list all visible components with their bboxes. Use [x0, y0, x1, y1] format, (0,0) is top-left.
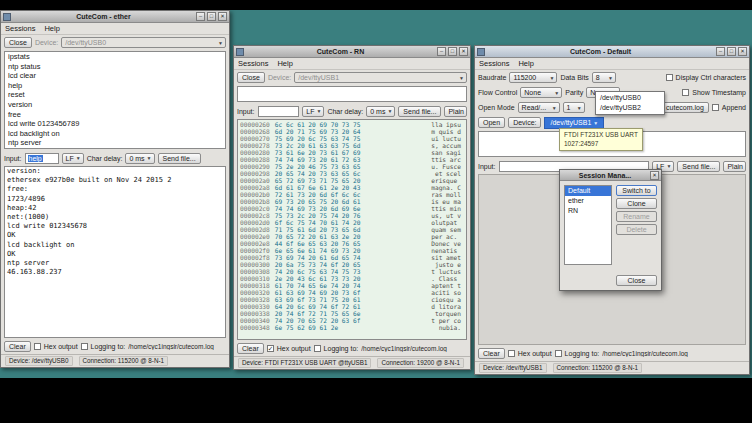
- bottom-row: Clear Hex output Logging to: /home/cyc1i…: [1, 339, 229, 354]
- close-dialog-button[interactable]: Close: [616, 275, 657, 286]
- minimize-button[interactable]: –: [437, 47, 446, 56]
- titlebar[interactable]: CuteCom - RN – □ ✕: [234, 46, 470, 58]
- device-combo-selected[interactable]: /dev/ttyUSB1 ▼: [544, 117, 604, 129]
- history-item[interactable]: lcd clear: [5, 71, 225, 81]
- char-delay-spinner[interactable]: 0 ms ▼: [366, 106, 395, 117]
- history-item[interactable]: ntp server: [5, 138, 225, 148]
- minimize-button[interactable]: –: [196, 12, 205, 21]
- menu-help[interactable]: Help: [277, 59, 292, 68]
- append-checkbox[interactable]: [712, 104, 719, 111]
- logfile-button[interactable]: cutecom.log: [661, 102, 709, 113]
- open-mode-combo[interactable]: Read/... ▼: [518, 102, 560, 113]
- chevron-down-icon: ▼: [387, 108, 392, 114]
- device-label: Device:: [268, 74, 291, 81]
- input-field[interactable]: [258, 106, 300, 117]
- output-line: 1723/4896: [5, 195, 225, 204]
- close-window-button[interactable]: ✕: [218, 12, 227, 21]
- session-item[interactable]: Default: [565, 186, 611, 196]
- menu-sessions[interactable]: Sessions: [238, 59, 268, 68]
- minimize-button[interactable]: –: [716, 47, 725, 56]
- dropdown-item[interactable]: /dev/ttyUSB2: [596, 103, 664, 113]
- line-end-combo[interactable]: LF ▼: [62, 153, 84, 164]
- maximize-button[interactable]: □: [448, 47, 457, 56]
- char-delay-label: Char delay:: [327, 108, 363, 115]
- command-history-list[interactable]: [237, 86, 467, 102]
- switch-to-button[interactable]: Switch to: [616, 185, 657, 196]
- app-icon: [236, 48, 244, 56]
- bottom-row: Clear Hex output Logging to: /home/cyc1i…: [475, 346, 749, 361]
- hex-line: 000002b869 73 20 65 75 20 6d 61is eu ma: [240, 198, 461, 205]
- hex-output-area[interactable]: 000002606c 6c 61 20 69 70 73 75lla ipsu0…: [237, 119, 467, 340]
- hex-output-checkbox[interactable]: [508, 350, 515, 357]
- history-item[interactable]: version: [5, 100, 225, 110]
- menu-help[interactable]: Help: [518, 59, 533, 68]
- session-list[interactable]: DefaultetherRN: [564, 185, 612, 265]
- session-item[interactable]: RN: [565, 206, 611, 216]
- device-label: Device:: [35, 39, 58, 46]
- output-area[interactable]: version:ethersex e927b0e built on Nov 24…: [4, 166, 226, 338]
- titlebar[interactable]: CuteCom - Default – □ ✕: [475, 46, 749, 58]
- data-bits-combo[interactable]: 8 ▼: [592, 72, 616, 83]
- connection-row: Close Device: /dev/ttyUSB0 ▼: [1, 35, 229, 50]
- history-item[interactable]: reset: [5, 90, 225, 100]
- history-item[interactable]: help: [5, 81, 225, 91]
- display-mode-combo[interactable]: Plain: [444, 106, 467, 117]
- close-window-button[interactable]: ✕: [738, 47, 747, 56]
- close-window-button[interactable]: ✕: [459, 47, 468, 56]
- hex-line: 0000029075 2e 20 46 75 73 63 65u. Fusce: [240, 163, 461, 170]
- logging-path[interactable]: /home/cyc1ingsir/cutecom.log: [128, 343, 214, 350]
- logging-checkbox[interactable]: [81, 343, 88, 350]
- menubar: Sessions Help: [234, 58, 470, 70]
- history-item[interactable]: ntp status: [5, 62, 225, 72]
- history-item[interactable]: lcd write 0123456789: [5, 119, 225, 129]
- status-connection: Connection: 19200 @ 8-N-1: [377, 358, 464, 368]
- stop-bits-combo[interactable]: 1 ▼: [563, 102, 585, 113]
- menu-sessions[interactable]: Sessions: [479, 59, 509, 68]
- send-file-button[interactable]: Send file...: [158, 153, 201, 164]
- device-combo[interactable]: /dev/ttyUSB0 ▼: [61, 37, 226, 48]
- titlebar[interactable]: CuteCom - ether – □ ✕: [1, 11, 229, 23]
- chevron-down-icon: ▼: [554, 90, 559, 96]
- open-connection-button[interactable]: Open: [478, 117, 505, 128]
- history-item[interactable]: lcd backlight on: [5, 129, 225, 139]
- input-field[interactable]: help: [25, 153, 59, 164]
- send-file-button[interactable]: Send file...: [398, 106, 441, 117]
- maximize-button[interactable]: □: [207, 12, 216, 21]
- maximize-button[interactable]: □: [727, 47, 736, 56]
- show-timestamp-checkbox[interactable]: [682, 89, 689, 96]
- history-item[interactable]: free: [5, 110, 225, 120]
- char-delay-spinner[interactable]: 0 ms ▼: [125, 153, 154, 164]
- menu-help[interactable]: Help: [44, 24, 59, 33]
- send-file-button[interactable]: Send file...: [677, 161, 720, 172]
- close-connection-button[interactable]: Close: [4, 37, 32, 48]
- logging-checkbox[interactable]: [555, 350, 562, 357]
- dialog-titlebar[interactable]: Session Mana... ✕: [560, 170, 661, 181]
- display-ctrl-checkbox[interactable]: [666, 74, 673, 81]
- logging-checkbox[interactable]: [314, 345, 321, 352]
- line-end-combo[interactable]: LF ▼: [302, 106, 324, 117]
- logging-path[interactable]: /home/cyc1ingsir/cutecom.log: [361, 345, 447, 352]
- clear-button[interactable]: Clear: [4, 341, 31, 352]
- command-history-list[interactable]: ipstatsntp statuslcd clearhelpresetversi…: [4, 51, 226, 149]
- logging-path[interactable]: /home/cyc1ingsir/cutecom.log: [602, 350, 688, 357]
- clone-button[interactable]: Clone: [616, 198, 657, 209]
- display-mode-combo[interactable]: Plain: [723, 161, 746, 172]
- device-label-button[interactable]: Device:: [508, 117, 541, 128]
- input-label: Input:: [4, 155, 22, 162]
- baudrate-combo[interactable]: 115200 ▼: [509, 72, 557, 83]
- hex-output-checkbox[interactable]: [267, 345, 274, 352]
- device-combo[interactable]: /dev/ttyUSB1 ▼: [294, 72, 467, 83]
- hex-line: 000002b072 61 73 20 6d 6f 6c 6cras moll: [240, 191, 461, 198]
- menu-sessions[interactable]: Sessions: [5, 24, 35, 33]
- history-item[interactable]: ipstats: [5, 52, 225, 62]
- close-connection-button[interactable]: Close: [237, 72, 265, 83]
- flow-control-combo[interactable]: None ▼: [520, 87, 562, 98]
- hex-output-checkbox[interactable]: [34, 343, 41, 350]
- clear-button[interactable]: Clear: [237, 343, 264, 354]
- clear-button[interactable]: Clear: [478, 348, 505, 359]
- menubar: Sessions Help: [475, 58, 749, 70]
- dropdown-item[interactable]: /dev/ttyUSB0: [596, 93, 664, 103]
- dialog-close-window-button[interactable]: ✕: [650, 171, 659, 180]
- session-item[interactable]: ether: [565, 196, 611, 206]
- menubar: Sessions Help: [1, 23, 229, 35]
